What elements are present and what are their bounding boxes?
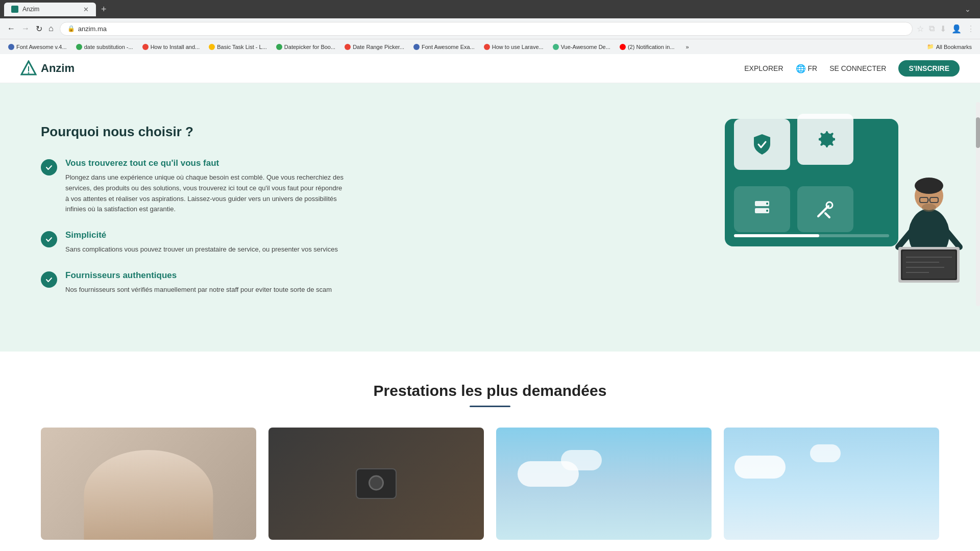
bookmark-basic-task[interactable]: Basic Task List - L... (205, 43, 271, 51)
checkmark-svg-1 (44, 163, 54, 172)
bookmark-label: Datepicker for Boo... (284, 44, 335, 50)
svg-point-12 (826, 202, 832, 208)
bookmark-font-awesome[interactable]: Font Awesome v.4... (4, 43, 71, 51)
developer-illustration (878, 153, 980, 287)
folder-icon: 📁 (927, 43, 934, 50)
why-choose-section: Pourquoi nous choisir ? Vous trouverez t… (0, 83, 980, 352)
bookmark-laravel[interactable]: How to use Larave... (480, 43, 548, 51)
tabs-chevron[interactable]: ⌄ (965, 5, 976, 13)
browser-titlebar: Anzim ✕ + ⌄ (0, 0, 980, 18)
check-icon-3 (41, 271, 57, 288)
bookmark-date-sub[interactable]: date substitution -... (72, 43, 137, 51)
forward-button[interactable]: → (19, 22, 32, 35)
active-tab[interactable]: Anzim ✕ (4, 3, 96, 16)
security-lock-icon: 🔒 (67, 25, 75, 32)
menu-icon[interactable]: ⋮ (967, 24, 975, 34)
bookmark-label: (2) Notification in... (628, 44, 675, 50)
svg-point-16 (915, 178, 943, 194)
downloads-icon[interactable]: ⬇ (940, 24, 946, 34)
check-icon-2 (41, 231, 57, 247)
svg-point-9 (766, 203, 768, 205)
progress-bar-track (734, 234, 889, 237)
feature-content-2: Simplicité Sans complications vous pouve… (65, 230, 338, 255)
bookmark-label: Date Range Picker... (353, 44, 404, 50)
new-tab-button[interactable]: + (96, 1, 112, 18)
feature-item-2: Simplicité Sans complications vous pouve… (41, 230, 347, 255)
prestations-section: Prestations les plus demandées (0, 352, 980, 540)
nav-links: EXPLORER 🌐 FR SE CONNECTER S'INSCRIRE (744, 60, 960, 77)
tab-title: Anzim (22, 6, 39, 13)
svg-point-5 (44, 275, 54, 284)
bookmark-favicon (553, 44, 559, 50)
bookmark-vue-awesome[interactable]: Vue-Awesome De... (549, 43, 615, 51)
bookmark-label: How to use Larave... (492, 44, 544, 50)
bookmark-favicon (484, 44, 490, 50)
logo-text: Anzim (41, 62, 75, 75)
bookmark-fa-example[interactable]: Font Awesome Exa... (409, 43, 479, 51)
more-bookmarks-button[interactable]: » (682, 43, 693, 51)
card-item-1 (41, 428, 256, 540)
extensions-icon[interactable]: ⧉ (929, 24, 935, 33)
bookmark-star-icon[interactable]: ☆ (917, 24, 924, 34)
signup-button[interactable]: S'INSCRIRE (898, 60, 960, 77)
refresh-button[interactable]: ↻ (34, 22, 44, 36)
site-navigation: Anzim EXPLORER 🌐 FR SE CONNECTER S'INSCR… (0, 54, 980, 83)
more-bookmarks-icon: » (686, 44, 689, 50)
tab-close-button[interactable]: ✕ (83, 6, 89, 13)
url-bar[interactable]: 🔒 anzim.ma (60, 22, 913, 36)
shield-icon (750, 132, 774, 157)
content-left: Pourquoi nous choisir ? Vous trouverez t… (41, 114, 347, 311)
bookmark-label: Font Awesome Exa... (422, 44, 475, 50)
feature-heading-1: Vous trouverez tout ce qu'il vous faut (65, 158, 347, 168)
feature-body-2: Sans complications vous pouvez trouver u… (65, 244, 338, 255)
feature-content-3: Fournisseurs authentiques Nos fournisseu… (65, 270, 332, 295)
bookmark-favicon (8, 44, 14, 50)
bookmark-how-install[interactable]: How to Install and... (138, 43, 204, 51)
language-label: FR (808, 64, 818, 72)
checkmark-svg-3 (44, 275, 54, 284)
svg-point-3 (44, 163, 54, 172)
toolbar-right: ☆ ⧉ ⬇ 👤 ⋮ (917, 24, 975, 34)
feature-item-1: Vous trouverez tout ce qu'il vous faut P… (41, 158, 347, 215)
svg-point-2 (28, 72, 30, 74)
feature-body-1: Plongez dans une expérience unique où ch… (65, 172, 347, 215)
all-bookmarks-link[interactable]: 📁 All Bookmarks (923, 42, 976, 51)
url-text: anzim.ma (78, 25, 107, 33)
cards-row (41, 428, 939, 540)
language-selector[interactable]: 🌐 FR (796, 64, 818, 73)
bookmark-notification[interactable]: (2) Notification in... (616, 43, 679, 51)
feature-body-3: Nos fournisseurs sont vérifiés manuellem… (65, 285, 332, 295)
tab-bar: Anzim ✕ + (4, 1, 112, 18)
back-button[interactable]: ← (5, 22, 17, 35)
developer-svg (878, 153, 980, 285)
scroll-thumb[interactable] (976, 117, 980, 148)
feature-content-1: Vous trouverez tout ce qu'il vous faut P… (65, 158, 347, 215)
svg-point-4 (44, 235, 54, 244)
bookmark-favicon (620, 44, 626, 50)
card-item-4 (724, 428, 939, 540)
bookmark-datepicker[interactable]: Datepicker for Boo... (272, 43, 339, 51)
site-logo[interactable]: Anzim (20, 60, 75, 77)
bookmark-favicon (76, 44, 82, 50)
card-item-2 (268, 428, 484, 540)
bookmark-label: Basic Task List - L... (217, 44, 267, 50)
server-tile (734, 186, 790, 232)
check-icon-1 (41, 159, 57, 176)
gear-tile (797, 114, 853, 165)
progress-bar-fill (734, 234, 819, 237)
connect-link[interactable]: SE CONNECTER (829, 64, 886, 72)
nav-buttons: ← → ↻ ⌂ (5, 22, 56, 36)
tab-favicon (11, 6, 18, 13)
home-button[interactable]: ⌂ (46, 22, 56, 35)
bookmark-date-range[interactable]: Date Range Picker... (340, 43, 408, 51)
bookmark-label: How to Install and... (151, 44, 200, 50)
logo-icon (20, 60, 37, 77)
title-underline (470, 406, 510, 407)
gear-icon (812, 126, 839, 153)
svg-point-10 (766, 210, 768, 212)
bookmark-label: Vue-Awesome De... (561, 44, 610, 50)
explorer-link[interactable]: EXPLORER (744, 64, 783, 72)
card-item-3 (496, 428, 712, 540)
all-bookmarks-label: All Bookmarks (936, 44, 972, 50)
profile-icon[interactable]: 👤 (951, 24, 962, 34)
